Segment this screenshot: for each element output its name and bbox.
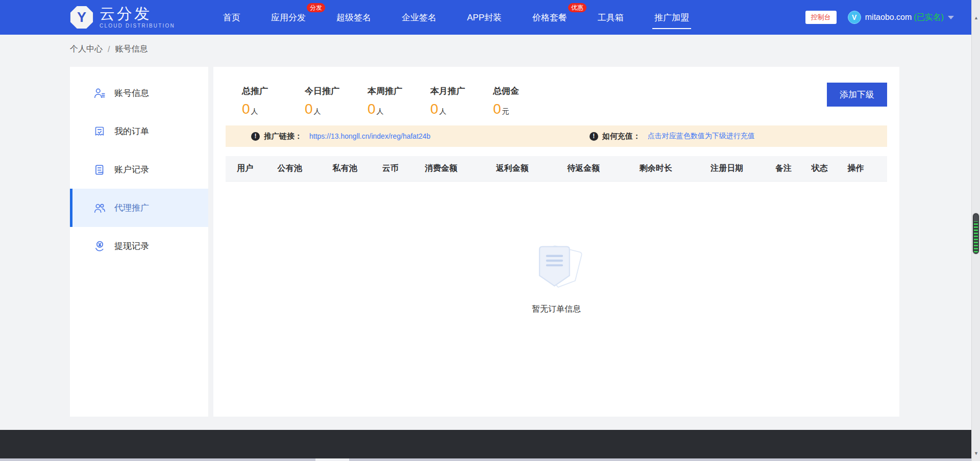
sidebar-item-my-orders[interactable]: 我的订单 (70, 112, 208, 150)
recharge-help-label: 如何充值： (602, 132, 641, 141)
nav-item-app-distribution[interactable]: 应用分发 分发 (256, 0, 321, 35)
stat-unit: 元 (502, 107, 509, 115)
sidebar-item-account-records[interactable]: 账户记录 (70, 150, 208, 189)
col-pending-rebate: 待返金额 (567, 163, 639, 174)
col-rebate-amount: 返利金额 (496, 163, 567, 174)
promotion-link-url[interactable]: https://13.hongll.cn/index/reg/hafat24b (309, 132, 430, 140)
sidebar-item-label: 代理推广 (114, 202, 149, 214)
sidebar-item-agent-promotion[interactable]: 代理推广 (70, 189, 208, 227)
stat-value: 0 (368, 101, 376, 117)
nav-item-app-packaging[interactable]: APP封装 (452, 0, 517, 35)
recharge-help-group: ! 如何充值： 点击对应蓝色数值为下级进行充值 (590, 132, 755, 141)
stat-label: 总推广 (242, 85, 295, 97)
subordinates-table-header: 用户 公有池 私有池 云币 消费金额 返利金额 待返金额 剩余时长 注册日期 备… (226, 156, 887, 182)
col-user: 用户 (226, 163, 278, 174)
top-navbar: Y 云分发 CLOUD DISTRIBUTION 首页 应用分发 分发 超级签名… (0, 0, 971, 35)
scroll-up-arrow-icon[interactable]: ▲ (972, 13, 980, 22)
col-remark: 备注 (775, 163, 812, 174)
page-footer (0, 430, 971, 458)
nav-item-label: 工具箱 (598, 12, 624, 23)
col-status: 状态 (812, 163, 848, 174)
empty-message: 暂无订单信息 (532, 304, 581, 315)
user-name: mitaobo.com (865, 13, 912, 22)
sidebar-item-label: 提现记录 (114, 240, 149, 252)
col-cloud-coin: 云币 (382, 163, 425, 174)
empty-state: 暂无订单信息 (213, 237, 899, 315)
people-group-icon (93, 201, 106, 215)
breadcrumb-personal-center[interactable]: 个人中心 (70, 44, 103, 55)
verified-badge: (已实名) (914, 12, 944, 23)
nav-item-label: 推广加盟 (654, 12, 689, 23)
col-remaining-duration: 剩余时长 (640, 163, 710, 174)
info-icon: ! (590, 132, 598, 141)
col-registration-date: 注册日期 (710, 163, 775, 174)
horizontal-scrollbar-thumb[interactable] (315, 458, 349, 461)
recharge-help-link[interactable]: 点击对应蓝色数值为下级进行充值 (648, 132, 755, 141)
nav-item-label: 超级签名 (336, 12, 371, 23)
breadcrumb-separator: / (108, 45, 110, 54)
sidebar-item-account-info[interactable]: 账号信息 (70, 74, 208, 112)
nav-item-super-signature[interactable]: 超级签名 (321, 0, 386, 35)
stat-unit: 人 (377, 107, 384, 115)
stat-value: 0 (242, 101, 250, 117)
promotion-link-bar: ! 推广链接： https://13.hongll.cn/index/reg/h… (226, 125, 887, 147)
nav-item-label: 企业签名 (402, 12, 436, 23)
horizontal-scrollbar[interactable] (0, 458, 971, 461)
logo-letter: Y (77, 10, 86, 25)
main-nav: 首页 应用分发 分发 超级签名 企业签名 APP封装 价格套餐 优惠 工具箱 推… (208, 0, 704, 35)
breadcrumb: 个人中心 / 账号信息 (70, 44, 148, 55)
stat-label: 本月推广 (430, 85, 483, 97)
logo-text: 云分发 CLOUD DISTRIBUTION (100, 6, 175, 29)
order-check-icon (93, 125, 106, 138)
stat-label: 本周推广 (368, 85, 420, 97)
promotion-link-group: ! 推广链接： https://13.hongll.cn/index/reg/h… (251, 132, 430, 141)
nav-item-toolbox[interactable]: 工具箱 (582, 0, 639, 35)
promotion-stats: 总推广 0人 今日推广 0人 本周推广 0人 本月推广 0人 总佣金 0元 (213, 67, 899, 117)
nav-item-promotion-alliance[interactable]: 推广加盟 (639, 0, 704, 35)
nav-item-enterprise-signature[interactable]: 企业签名 (386, 0, 452, 35)
logo-title: 云分发 (100, 6, 175, 21)
col-consumption-amount: 消费金额 (425, 163, 496, 174)
nav-item-label: 应用分发 (271, 12, 306, 23)
stat-month-promotion: 本月推广 0人 (430, 85, 483, 117)
navbar-right: 控制台 V mitaobo.com (已实名) (805, 11, 954, 24)
vertical-scrollbar[interactable]: ▲ ▼ (971, 0, 980, 461)
chevron-down-icon (948, 16, 954, 19)
stat-value: 0 (430, 101, 438, 117)
nav-item-pricing[interactable]: 价格套餐 优惠 (517, 0, 582, 35)
empty-document-icon (528, 237, 584, 297)
content-card: 总推广 0人 今日推广 0人 本周推广 0人 本月推广 0人 总佣金 0元 添加… (213, 67, 899, 417)
console-button[interactable]: 控制台 (805, 11, 837, 24)
nav-item-home[interactable]: 首页 (208, 0, 256, 35)
stat-value: 0 (493, 101, 501, 117)
stat-today-promotion: 今日推广 0人 (305, 85, 357, 117)
stat-week-promotion: 本周推广 0人 (368, 85, 420, 117)
info-icon: ! (251, 132, 260, 141)
app-logo[interactable]: Y 云分发 CLOUD DISTRIBUTION (70, 6, 175, 29)
user-menu[interactable]: V mitaobo.com (已实名) (848, 11, 954, 24)
col-action: 操作 (847, 163, 887, 174)
stat-unit: 人 (314, 107, 321, 115)
sidebar-item-withdrawal-records[interactable]: 提现记录 (70, 227, 208, 265)
col-public-pool: 公有池 (278, 163, 333, 174)
nav-item-label: APP封装 (467, 12, 502, 23)
breadcrumb-account-info: 账号信息 (115, 44, 148, 55)
ledger-icon (93, 163, 106, 176)
coin-hand-icon (93, 240, 106, 253)
vertical-scrollbar-thumb[interactable] (973, 213, 979, 254)
promotion-link-label: 推广链接： (264, 132, 302, 141)
sidebar-item-label: 账户记录 (114, 164, 149, 175)
scroll-down-arrow-icon[interactable]: ▼ (972, 449, 980, 458)
sidebar-item-label: 账号信息 (114, 87, 149, 99)
stat-label: 总佣金 (493, 85, 546, 97)
logo-subtitle: CLOUD DISTRIBUTION (100, 23, 175, 29)
stat-total-commission: 总佣金 0元 (493, 85, 546, 117)
user-card-icon (93, 87, 106, 100)
stat-unit: 人 (439, 107, 447, 115)
add-subordinate-button[interactable]: 添加下級 (827, 83, 887, 107)
nav-item-label: 价格套餐 (532, 12, 567, 23)
stat-total-promotion: 总推广 0人 (242, 85, 295, 117)
nav-item-label: 首页 (223, 12, 240, 23)
stat-value: 0 (305, 101, 313, 117)
logo-octagon-icon: Y (70, 6, 93, 29)
